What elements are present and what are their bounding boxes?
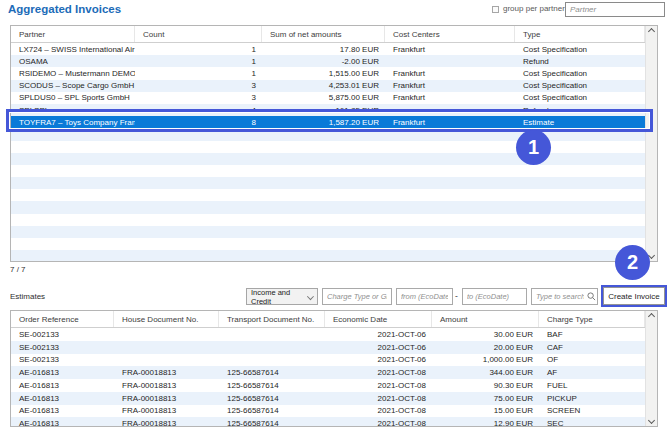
cell-economic-date: 2021-OCT-08 <box>325 406 432 415</box>
table-row[interactable]: SPLSPL4-161.85 EURRefund <box>11 104 645 116</box>
column-header-house-document[interactable]: House Document No. <box>114 311 219 327</box>
cell-type: Cost Specification <box>515 45 645 54</box>
cell-partner: SPLDUS0 – SPL Sports GmbH <box>11 93 135 102</box>
estimates-scrollbar[interactable] <box>645 311 657 426</box>
scroll-up-icon[interactable] <box>648 313 655 320</box>
cell-cost-center: Frankfurt <box>385 93 515 102</box>
cell-amount: 90.30 EUR <box>432 381 539 390</box>
partner-filter-input[interactable] <box>565 2 665 17</box>
cell-amount: 12.90 EUR <box>432 419 539 426</box>
column-header-order-reference[interactable]: Order Reference <box>11 311 114 327</box>
column-header-count[interactable]: Count <box>135 26 262 42</box>
cell-sum: -161.85 EUR <box>262 106 385 115</box>
cell-sum: 17.80 EUR <box>262 45 385 54</box>
column-header-cost-centers[interactable]: Cost Centers <box>385 26 515 42</box>
table-row[interactable]: RSIDEMO – Mustermann DEMO11,515.00 EURFr… <box>11 67 645 79</box>
scroll-down-icon[interactable] <box>648 417 655 424</box>
cell-economic-date: 2021-OCT-08 <box>325 394 432 403</box>
column-header-partner[interactable]: Partner <box>11 26 135 42</box>
empty-row <box>11 201 645 213</box>
estimate-type-select[interactable]: Income and Credit <box>246 288 318 305</box>
cell-partner: OSAMA <box>11 57 135 66</box>
to-date-input[interactable] <box>462 288 527 305</box>
cell-economic-date: 2021-OCT-06 <box>325 355 432 364</box>
column-header-type[interactable]: Type <box>515 26 645 42</box>
column-header-transport-document[interactable]: Transport Document No. <box>219 311 325 327</box>
cell-sum: 5,875.00 EUR <box>262 93 385 102</box>
record-count: 7 / 7 <box>10 265 26 274</box>
cell-partner: SPLSPL <box>11 106 135 115</box>
group-per-partner-label: group per partner <box>503 4 565 13</box>
cell-cost-center: Frankfurt <box>385 69 515 78</box>
scroll-up-icon[interactable] <box>648 28 655 35</box>
cell-amount: 344.00 EUR <box>432 368 539 377</box>
cell-order-reference: AE-016813 <box>11 368 114 377</box>
cell-charge-type: PICKUP <box>539 394 645 403</box>
cell-economic-date: 2021-OCT-06 <box>325 343 432 352</box>
table-row[interactable]: SE-0021332021-OCT-061,000.00 EUROF <box>11 354 645 367</box>
cell-house-document-no: FRA-00018813 <box>114 419 219 426</box>
table-row[interactable]: SE-0021332021-OCT-0630.00 EURBAF <box>11 328 645 341</box>
table-row[interactable]: AE-016813FRA-00018813125-665876142021-OC… <box>11 379 645 392</box>
cell-type: Cost Specification <box>515 81 645 90</box>
cell-partner: SCODUS – Scope Cargo GmbH Düss... <box>11 81 135 90</box>
app-window: Aggregated Invoices group per partner Pa… <box>0 0 670 427</box>
column-header-sum[interactable]: Sum of net amounts <box>262 26 385 42</box>
column-header-amount[interactable]: Amount <box>432 311 539 327</box>
cell-transport-document-no: 125-66587614 <box>219 368 325 377</box>
cell-count: 4 <box>135 106 262 115</box>
cell-economic-date: 2021-OCT-08 <box>325 381 432 390</box>
invoices-header-row: Partner Count Sum of net amounts Cost Ce… <box>11 26 645 43</box>
cell-order-reference: SE-002133 <box>11 343 114 352</box>
invoices-grid: Partner Count Sum of net amounts Cost Ce… <box>10 25 658 262</box>
empty-row <box>11 250 645 261</box>
cell-order-reference: AE-016813 <box>11 406 114 415</box>
cell-charge-type: SCREEN <box>539 406 645 415</box>
table-row-selected[interactable]: TOYFRA7 – Toys Company Frankfurt81,587.2… <box>11 116 645 128</box>
cell-partner: TOYFRA7 – Toys Company Frankfurt <box>11 118 135 127</box>
cell-count: 1 <box>135 45 262 54</box>
cell-amount: 15.00 EUR <box>432 406 539 415</box>
table-row[interactable]: SE-0021332021-OCT-0620.00 EURCAF <box>11 341 645 354</box>
cell-type: Refund <box>515 57 645 66</box>
cell-cost-center: Frankfurt <box>385 118 515 127</box>
cell-cost-center: Frankfurt <box>385 45 515 54</box>
cell-sum: 1,515.00 EUR <box>262 69 385 78</box>
column-header-charge-type[interactable]: Charge Type <box>539 311 645 327</box>
empty-row <box>11 214 645 226</box>
empty-row <box>11 177 645 189</box>
cell-order-reference: SE-002133 <box>11 355 114 364</box>
invoices-scrollbar[interactable] <box>645 26 657 261</box>
table-row[interactable]: AE-016813FRA-00018813125-665876142021-OC… <box>11 405 645 418</box>
cell-partner: LX724 – SWISS International Air Lines... <box>11 45 135 54</box>
empty-row <box>11 128 645 140</box>
charge-type-input[interactable] <box>322 288 392 305</box>
cell-count: 1 <box>135 57 262 66</box>
group-per-partner-checkbox[interactable] <box>492 6 499 13</box>
table-row[interactable]: SPLDUS0 – SPL Sports GmbH35,875.00 EURFr… <box>11 92 645 104</box>
table-row[interactable]: AE-016813FRA-00018813125-665876142021-OC… <box>11 392 645 405</box>
cell-transport-document-no: 125-66587614 <box>219 381 325 390</box>
cell-partner: RSIDEMO – Mustermann DEMO <box>11 69 135 78</box>
search-icon <box>587 292 596 301</box>
create-invoice-button[interactable]: Create Invoice <box>603 287 665 305</box>
from-date-input[interactable] <box>396 288 453 305</box>
table-row[interactable]: AE-016813FRA-00018813125-665876142021-OC… <box>11 417 645 426</box>
cell-order-reference: AE-016813 <box>11 394 114 403</box>
table-row[interactable]: OSAMA1-2.00 EURRefund <box>11 55 645 67</box>
estimates-section-label: Estimates <box>10 292 45 301</box>
empty-row <box>11 226 645 238</box>
cell-transport-document-no: 125-66587614 <box>219 419 325 426</box>
table-row[interactable]: SCODUS – Scope Cargo GmbH Düss...34,253.… <box>11 80 645 92</box>
cell-charge-type: CAF <box>539 343 645 352</box>
estimates-rows: SE-0021332021-OCT-0630.00 EURBAFSE-00213… <box>11 328 645 426</box>
page-title: Aggregated Invoices <box>8 3 121 15</box>
cell-sum: 1,587.20 EUR <box>262 118 385 127</box>
empty-row <box>11 238 645 250</box>
table-row[interactable]: AE-016813FRA-00018813125-665876142021-OC… <box>11 366 645 379</box>
date-range-separator: - <box>455 291 458 301</box>
cell-charge-type: FUEL <box>539 381 645 390</box>
cell-count: 1 <box>135 69 262 78</box>
column-header-economic-date[interactable]: Economic Date <box>325 311 432 327</box>
table-row[interactable]: LX724 – SWISS International Air Lines...… <box>11 43 645 55</box>
